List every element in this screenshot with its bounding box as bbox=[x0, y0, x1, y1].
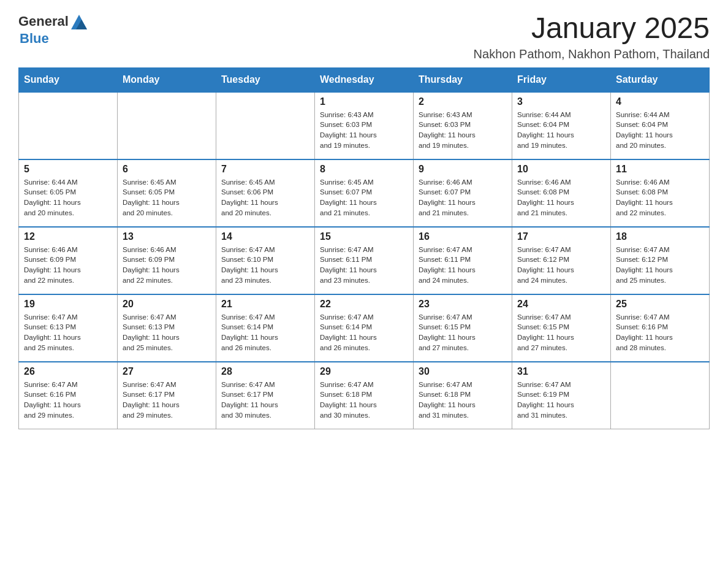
day-info: Sunrise: 6:47 AM Sunset: 6:11 PM Dayligh… bbox=[320, 245, 408, 286]
day-info: Sunrise: 6:46 AM Sunset: 6:07 PM Dayligh… bbox=[419, 177, 507, 218]
day-number: 31 bbox=[517, 366, 605, 377]
day-number: 10 bbox=[517, 164, 605, 175]
day-number: 14 bbox=[221, 231, 309, 242]
day-info: Sunrise: 6:47 AM Sunset: 6:18 PM Dayligh… bbox=[320, 380, 408, 421]
day-number: 22 bbox=[320, 299, 408, 310]
logo-icon bbox=[70, 12, 88, 31]
calendar-cell: 3Sunrise: 6:44 AM Sunset: 6:04 PM Daylig… bbox=[512, 92, 611, 159]
day-number: 26 bbox=[24, 366, 112, 377]
day-info: Sunrise: 6:43 AM Sunset: 6:03 PM Dayligh… bbox=[419, 110, 507, 151]
day-info: Sunrise: 6:45 AM Sunset: 6:06 PM Dayligh… bbox=[221, 177, 309, 218]
calendar-cell: 29Sunrise: 6:47 AM Sunset: 6:18 PM Dayli… bbox=[315, 362, 414, 429]
calendar-cell: 11Sunrise: 6:46 AM Sunset: 6:08 PM Dayli… bbox=[611, 159, 710, 227]
day-info: Sunrise: 6:43 AM Sunset: 6:03 PM Dayligh… bbox=[320, 110, 408, 151]
day-info: Sunrise: 6:47 AM Sunset: 6:13 PM Dayligh… bbox=[123, 312, 211, 353]
day-info: Sunrise: 6:47 AM Sunset: 6:17 PM Dayligh… bbox=[221, 380, 309, 421]
day-number: 25 bbox=[616, 299, 704, 310]
day-number: 23 bbox=[419, 299, 507, 310]
day-info: Sunrise: 6:47 AM Sunset: 6:14 PM Dayligh… bbox=[320, 312, 408, 353]
day-info: Sunrise: 6:46 AM Sunset: 6:09 PM Dayligh… bbox=[24, 245, 112, 286]
calendar-cell: 22Sunrise: 6:47 AM Sunset: 6:14 PM Dayli… bbox=[315, 294, 414, 362]
title-section: January 2025 Nakhon Pathom, Nakhon Patho… bbox=[474, 12, 710, 61]
day-number: 6 bbox=[123, 164, 211, 175]
week-row-2: 5Sunrise: 6:44 AM Sunset: 6:05 PM Daylig… bbox=[19, 159, 710, 227]
day-info: Sunrise: 6:47 AM Sunset: 6:12 PM Dayligh… bbox=[616, 245, 704, 286]
day-number: 18 bbox=[616, 231, 704, 242]
col-tuesday: Tuesday bbox=[216, 67, 315, 92]
col-saturday: Saturday bbox=[611, 67, 710, 92]
day-number: 28 bbox=[221, 366, 309, 377]
day-info: Sunrise: 6:46 AM Sunset: 6:08 PM Dayligh… bbox=[517, 177, 605, 218]
day-number: 30 bbox=[419, 366, 507, 377]
day-info: Sunrise: 6:47 AM Sunset: 6:19 PM Dayligh… bbox=[517, 380, 605, 421]
calendar-cell: 8Sunrise: 6:45 AM Sunset: 6:07 PM Daylig… bbox=[315, 159, 414, 227]
calendar-cell: 31Sunrise: 6:47 AM Sunset: 6:19 PM Dayli… bbox=[512, 362, 611, 429]
day-number: 2 bbox=[419, 96, 507, 107]
calendar-cell: 28Sunrise: 6:47 AM Sunset: 6:17 PM Dayli… bbox=[216, 362, 315, 429]
day-info: Sunrise: 6:44 AM Sunset: 6:04 PM Dayligh… bbox=[517, 110, 605, 151]
calendar-cell: 19Sunrise: 6:47 AM Sunset: 6:13 PM Dayli… bbox=[19, 294, 118, 362]
day-info: Sunrise: 6:47 AM Sunset: 6:13 PM Dayligh… bbox=[24, 312, 112, 353]
day-number: 4 bbox=[616, 96, 704, 107]
logo-general: General bbox=[18, 13, 69, 29]
calendar-cell: 18Sunrise: 6:47 AM Sunset: 6:12 PM Dayli… bbox=[611, 227, 710, 294]
day-number: 19 bbox=[24, 299, 112, 310]
calendar-cell: 14Sunrise: 6:47 AM Sunset: 6:10 PM Dayli… bbox=[216, 227, 315, 294]
day-number: 29 bbox=[320, 366, 408, 377]
day-info: Sunrise: 6:47 AM Sunset: 6:16 PM Dayligh… bbox=[24, 380, 112, 421]
week-row-5: 26Sunrise: 6:47 AM Sunset: 6:16 PM Dayli… bbox=[19, 362, 710, 429]
calendar-cell: 21Sunrise: 6:47 AM Sunset: 6:14 PM Dayli… bbox=[216, 294, 315, 362]
calendar-cell: 24Sunrise: 6:47 AM Sunset: 6:15 PM Dayli… bbox=[512, 294, 611, 362]
calendar-cell bbox=[19, 92, 118, 159]
day-number: 27 bbox=[123, 366, 211, 377]
day-info: Sunrise: 6:46 AM Sunset: 6:08 PM Dayligh… bbox=[616, 177, 704, 218]
col-thursday: Thursday bbox=[414, 67, 512, 92]
day-info: Sunrise: 6:47 AM Sunset: 6:12 PM Dayligh… bbox=[517, 245, 605, 286]
day-info: Sunrise: 6:45 AM Sunset: 6:07 PM Dayligh… bbox=[320, 177, 408, 218]
day-number: 24 bbox=[517, 299, 605, 310]
day-info: Sunrise: 6:47 AM Sunset: 6:15 PM Dayligh… bbox=[419, 312, 507, 353]
day-number: 9 bbox=[419, 164, 507, 175]
day-number: 13 bbox=[123, 231, 211, 242]
calendar-cell: 9Sunrise: 6:46 AM Sunset: 6:07 PM Daylig… bbox=[414, 159, 512, 227]
calendar-cell: 2Sunrise: 6:43 AM Sunset: 6:03 PM Daylig… bbox=[414, 92, 512, 159]
day-number: 20 bbox=[123, 299, 211, 310]
calendar-cell bbox=[216, 92, 315, 159]
calendar-cell: 15Sunrise: 6:47 AM Sunset: 6:11 PM Dayli… bbox=[315, 227, 414, 294]
week-row-4: 19Sunrise: 6:47 AM Sunset: 6:13 PM Dayli… bbox=[19, 294, 710, 362]
col-monday: Monday bbox=[118, 67, 216, 92]
logo: General Blue bbox=[18, 12, 88, 47]
day-number: 1 bbox=[320, 96, 408, 107]
day-number: 7 bbox=[221, 164, 309, 175]
calendar-cell bbox=[118, 92, 216, 159]
day-info: Sunrise: 6:44 AM Sunset: 6:04 PM Dayligh… bbox=[616, 110, 704, 151]
day-number: 12 bbox=[24, 231, 112, 242]
calendar-table: Sunday Monday Tuesday Wednesday Thursday… bbox=[18, 67, 710, 430]
location-title: Nakhon Pathom, Nakhon Pathom, Thailand bbox=[474, 47, 710, 61]
calendar-header-row: Sunday Monday Tuesday Wednesday Thursday… bbox=[19, 67, 710, 92]
calendar-cell: 23Sunrise: 6:47 AM Sunset: 6:15 PM Dayli… bbox=[414, 294, 512, 362]
col-sunday: Sunday bbox=[19, 67, 118, 92]
calendar-cell: 5Sunrise: 6:44 AM Sunset: 6:05 PM Daylig… bbox=[19, 159, 118, 227]
day-number: 8 bbox=[320, 164, 408, 175]
week-row-3: 12Sunrise: 6:46 AM Sunset: 6:09 PM Dayli… bbox=[19, 227, 710, 294]
day-number: 17 bbox=[517, 231, 605, 242]
logo-blue: Blue bbox=[20, 31, 49, 46]
calendar-cell: 7Sunrise: 6:45 AM Sunset: 6:06 PM Daylig… bbox=[216, 159, 315, 227]
calendar-cell: 6Sunrise: 6:45 AM Sunset: 6:05 PM Daylig… bbox=[118, 159, 216, 227]
day-info: Sunrise: 6:46 AM Sunset: 6:09 PM Dayligh… bbox=[123, 245, 211, 286]
page-header: General Blue January 2025 Nakhon Pathom,… bbox=[18, 12, 710, 61]
day-info: Sunrise: 6:47 AM Sunset: 6:10 PM Dayligh… bbox=[221, 245, 309, 286]
calendar-cell: 1Sunrise: 6:43 AM Sunset: 6:03 PM Daylig… bbox=[315, 92, 414, 159]
calendar-cell: 25Sunrise: 6:47 AM Sunset: 6:16 PM Dayli… bbox=[611, 294, 710, 362]
calendar-cell: 13Sunrise: 6:46 AM Sunset: 6:09 PM Dayli… bbox=[118, 227, 216, 294]
calendar-cell: 4Sunrise: 6:44 AM Sunset: 6:04 PM Daylig… bbox=[611, 92, 710, 159]
calendar-cell bbox=[611, 362, 710, 429]
calendar-cell: 16Sunrise: 6:47 AM Sunset: 6:11 PM Dayli… bbox=[414, 227, 512, 294]
col-wednesday: Wednesday bbox=[315, 67, 414, 92]
day-number: 15 bbox=[320, 231, 408, 242]
day-info: Sunrise: 6:47 AM Sunset: 6:14 PM Dayligh… bbox=[221, 312, 309, 353]
day-info: Sunrise: 6:47 AM Sunset: 6:16 PM Dayligh… bbox=[616, 312, 704, 353]
calendar-cell: 20Sunrise: 6:47 AM Sunset: 6:13 PM Dayli… bbox=[118, 294, 216, 362]
day-info: Sunrise: 6:47 AM Sunset: 6:18 PM Dayligh… bbox=[419, 380, 507, 421]
